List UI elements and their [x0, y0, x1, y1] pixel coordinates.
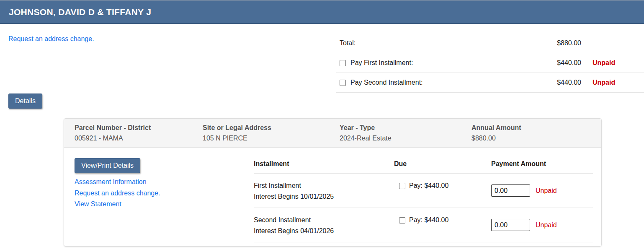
- first-installment-amount: $440.00: [544, 59, 581, 67]
- summary-row-second-installment: Pay Second Installment: $440.00 Unpaid: [336, 73, 644, 93]
- pay-first-installment-label: Pay First Installment:: [350, 59, 413, 67]
- second-installment-interest-date: Interest Begins 04/01/2026: [254, 226, 394, 236]
- annual-amount-label: Annual Amount: [471, 124, 601, 132]
- pay-second-installment-checkbox[interactable]: [340, 80, 346, 86]
- installment-table: Installment Due Payment Amount First Ins…: [254, 148, 593, 242]
- request-address-change-panel-link[interactable]: Request an address change.: [75, 188, 160, 199]
- details-tab-button[interactable]: Details: [8, 94, 42, 109]
- second-installment-amount: $440.00: [544, 79, 581, 86]
- title-bar: JOHNSON, DAVID D & TIFFANY J: [0, 0, 644, 24]
- parcel-summary-header: Parcel Number - District 005921 - MAMA S…: [64, 119, 601, 148]
- year-type-value: 2024-Real Estate: [340, 135, 471, 142]
- page-title: JOHNSON, DAVID D & TIFFANY J: [9, 7, 151, 17]
- year-type-label: Year - Type: [340, 124, 471, 132]
- total-label: Total:: [340, 39, 355, 47]
- payment-amount-column-header: Payment Amount: [491, 160, 593, 168]
- installment-column-header: Installment: [254, 160, 394, 168]
- second-installment-row: Second Installment Interest Begins 04/01…: [254, 208, 593, 242]
- first-installment-row-status: Unpaid: [536, 187, 557, 195]
- view-statement-link[interactable]: View Statement: [75, 199, 160, 210]
- parcel-number-district-label: Parcel Number - District: [75, 124, 203, 132]
- pay-second-installment-label: Pay Second Installment:: [350, 79, 423, 86]
- first-installment-payment-input[interactable]: [491, 184, 530, 197]
- total-amount: $880.00: [544, 39, 581, 47]
- first-installment-pay-checkbox[interactable]: [399, 183, 405, 189]
- payment-summary-table: Total: $880.00 Pay First Installment: $4…: [336, 34, 644, 93]
- installment-table-header: Installment Due Payment Amount: [254, 148, 593, 174]
- details-panel-body: View/Print Details Assessment Informatio…: [64, 148, 601, 247]
- site-legal-address-value: 105 N PIERCE: [203, 135, 340, 142]
- pay-first-installment-checkbox[interactable]: [340, 60, 346, 66]
- first-installment-name: First Installment: [254, 180, 394, 191]
- second-installment-due-amount: Pay: $440.00: [409, 216, 448, 224]
- second-installment-pay-checkbox[interactable]: [399, 217, 405, 223]
- first-installment-interest-date: Interest Begins 10/01/2025: [254, 191, 394, 202]
- view-print-details-button[interactable]: View/Print Details: [75, 158, 140, 173]
- second-installment-status-badge: Unpaid: [592, 79, 623, 86]
- summary-row-first-installment: Pay First Installment: $440.00 Unpaid: [336, 53, 644, 73]
- summary-row-total: Total: $880.00: [336, 34, 644, 53]
- annual-amount-value: $880.00: [471, 135, 601, 142]
- second-installment-row-status: Unpaid: [536, 221, 557, 229]
- assessment-information-link[interactable]: Assessment Information: [75, 177, 160, 188]
- due-column-header: Due: [394, 160, 491, 168]
- details-panel: Parcel Number - District 005921 - MAMA S…: [64, 118, 602, 247]
- site-legal-address-label: Site or Legal Address: [203, 124, 340, 132]
- second-installment-name: Second Installment: [254, 215, 394, 226]
- first-installment-status-badge: Unpaid: [592, 59, 623, 67]
- second-installment-payment-input[interactable]: [491, 219, 530, 231]
- first-installment-row: First Installment Interest Begins 10/01/…: [254, 174, 593, 208]
- request-address-change-link[interactable]: Request an address change.: [8, 35, 94, 43]
- parcel-actions: View/Print Details Assessment Informatio…: [75, 158, 160, 210]
- first-installment-due-amount: Pay: $440.00: [409, 182, 448, 190]
- parcel-number-district-value: 005921 - MAMA: [75, 135, 203, 142]
